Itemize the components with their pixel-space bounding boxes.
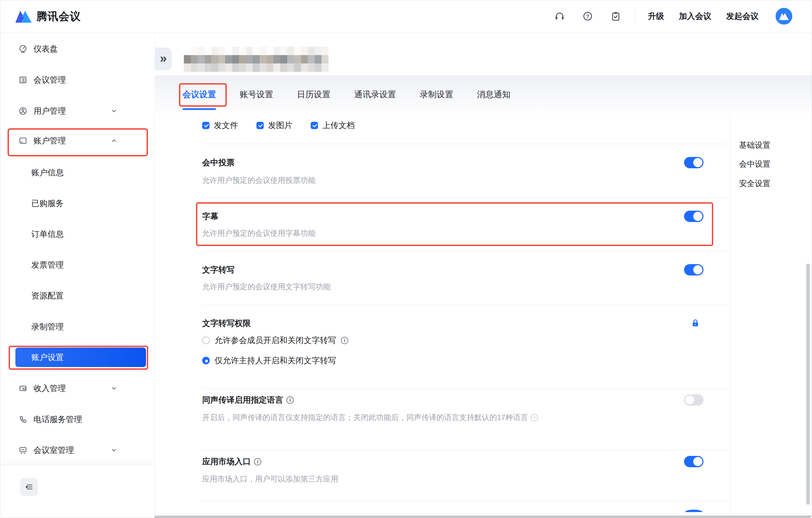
- sidebar-item-account-management[interactable]: 账户管理: [0, 132, 155, 149]
- sidebar-subitem-label: 已购服务: [31, 198, 64, 209]
- sidebar-item-income-management[interactable]: 收入管理: [0, 380, 155, 397]
- checkbox-label: 发文件: [214, 120, 238, 131]
- sidebar-item-meeting-room-management[interactable]: 会议室管理: [0, 442, 155, 459]
- setting-title-transcription-permission: 文字转写权限: [202, 318, 251, 329]
- sidebar: 仪表盘 会议管理 用户管理 账户管理 账户信息 已购服务: [0, 32, 155, 518]
- sidebar-item-label: 账户管理: [33, 135, 66, 146]
- setting-desc-in-meeting-poll: 允许用户预定的会议使用投票功能: [202, 175, 316, 186]
- tab-meeting-settings[interactable]: 会议设置: [182, 89, 216, 100]
- info-icon[interactable]: [286, 397, 294, 404]
- topbar-icons: ?: [554, 11, 621, 22]
- tab-account-settings[interactable]: 账号设置: [240, 89, 273, 100]
- meeting-room-display-icon: [18, 446, 28, 455]
- setting-title-text: 同声传译启用指定语言: [202, 394, 283, 406]
- setting-desc-text: 允许用户预定的会议使用字幕功能: [202, 228, 316, 239]
- info-icon[interactable]: [254, 458, 261, 465]
- upgrade-link[interactable]: 升级: [648, 11, 664, 22]
- feedback-clipboard-icon[interactable]: [610, 11, 621, 22]
- toggle-caption[interactable]: [684, 211, 703, 222]
- sidebar-item-dashboard[interactable]: 仪表盘: [0, 40, 155, 57]
- setting-desc-interpretation-language: 开启后，同声传译的语言仅支持指定的语言；关闭此功能后，同声传译的语言支持默认的1…: [202, 412, 538, 423]
- sidebar-subitem-purchased-services[interactable]: 已购服务: [0, 195, 155, 212]
- scrollbar-thumb[interactable]: [806, 264, 810, 505]
- radio-option-host-only[interactable]: 仅允许主持人开启和关闭文字转写: [202, 355, 336, 366]
- info-icon[interactable]: [341, 337, 348, 344]
- setting-title-caption: 字幕: [202, 211, 219, 222]
- tencent-meeting-admin-window: 腾讯会议 ?: [0, 0, 812, 518]
- sidebar-item-phone-service-management[interactable]: 电话服务管理: [0, 411, 155, 428]
- topbar: 腾讯会议 ?: [0, 0, 812, 32]
- radio-icon[interactable]: [202, 357, 210, 364]
- double-chevron-right-icon: »: [160, 51, 167, 65]
- checkbox-icon[interactable]: [311, 122, 318, 129]
- toggle-app-market-entry[interactable]: [684, 456, 703, 467]
- toggle-next-row-partial[interactable]: [685, 510, 702, 512]
- setting-title-text: 字幕: [202, 211, 219, 222]
- sidebar-subitem-recording-management[interactable]: 录制管理: [0, 318, 155, 335]
- tab-contacts-settings[interactable]: 通讯录设置: [354, 89, 396, 100]
- settings-tabs: 会议设置 账号设置 日历设置 通讯录设置 录制设置 消息通知: [182, 75, 511, 114]
- setting-desc-text: 开启后，同声传译的语言仅支持指定的语言；关闭此功能后，同声传译的语言支持默认的1…: [202, 412, 528, 423]
- tab-message-notification[interactable]: 消息通知: [477, 89, 511, 100]
- help-icon[interactable]: ?: [582, 11, 593, 22]
- radio-icon[interactable]: [202, 336, 210, 344]
- setting-title-text: 会中投票: [202, 157, 235, 168]
- sidebar-subitem-order-info[interactable]: 订单信息: [0, 225, 155, 243]
- tab-recording-settings[interactable]: 录制设置: [420, 89, 453, 100]
- dashboard-gauge-icon: [18, 44, 28, 53]
- sidebar-subitem-label: 发票管理: [31, 260, 64, 271]
- sidebar-subitem-invoice-management[interactable]: 发票管理: [0, 256, 155, 274]
- checkbox-label: 发图片: [268, 120, 292, 131]
- checkbox-upload-document[interactable]: 上传文档: [311, 120, 355, 131]
- divider: [202, 305, 726, 305]
- user-icon: [18, 106, 28, 116]
- collapse-sidebar-icon: [24, 482, 33, 492]
- tab-calendar-settings[interactable]: 日历设置: [297, 89, 330, 100]
- setting-title-text: 文字转写: [202, 264, 235, 275]
- checkbox-send-image[interactable]: 发图片: [257, 120, 292, 131]
- setting-desc-text: 应用市场入口，用户可以添加第三方应用: [202, 474, 338, 485]
- settings-tabstrip: 会议设置 账号设置 日历设置 通讯录设置 录制设置 消息通知: [155, 75, 812, 114]
- anchor-security-settings[interactable]: 安全设置: [739, 178, 771, 189]
- chevron-down-icon: [110, 107, 118, 115]
- user-avatar[interactable]: [776, 8, 792, 25]
- anchor-label: 会中设置: [739, 159, 771, 170]
- start-meeting-link[interactable]: 发起会议: [726, 11, 758, 22]
- checkbox-send-file[interactable]: 发文件: [202, 120, 238, 131]
- topbar-divider: [635, 10, 635, 22]
- phone-icon: [18, 415, 28, 424]
- lock-icon[interactable]: [691, 319, 700, 328]
- toggle-transcription[interactable]: [684, 264, 703, 275]
- expand-panel-button[interactable]: »: [155, 48, 172, 70]
- join-meeting-link[interactable]: 加入会议: [679, 11, 711, 22]
- divider: [202, 500, 726, 501]
- anchor-in-meeting-settings[interactable]: 会中设置: [739, 159, 771, 170]
- toggle-in-meeting-poll[interactable]: [684, 157, 703, 168]
- checkbox-icon[interactable]: [202, 122, 209, 129]
- setting-desc-text: 允许用户预定的会议使用文字转写功能: [202, 281, 331, 292]
- setting-title-interpretation-language: 同声传译启用指定语言: [202, 394, 294, 406]
- sidebar-subitem-label: 订单信息: [31, 229, 64, 240]
- anchor-basic-settings[interactable]: 基础设置: [739, 140, 771, 151]
- setting-desc-app-market-entry: 应用市场入口，用户可以添加第三方应用: [202, 474, 338, 485]
- info-icon[interactable]: [531, 414, 538, 421]
- support-headset-icon[interactable]: [554, 11, 565, 22]
- toggle-interpretation-language[interactable]: [684, 394, 703, 406]
- divider: [202, 251, 726, 251]
- sidebar-subitem-account-info[interactable]: 账户信息: [0, 164, 155, 181]
- setting-desc-text: 允许用户预定的会议使用投票功能: [202, 175, 316, 186]
- collapse-sidebar-button[interactable]: [20, 478, 38, 496]
- sidebar-item-label: 会议室管理: [33, 445, 74, 456]
- sidebar-item-user-management[interactable]: 用户管理: [0, 102, 155, 120]
- sidebar-subitem-resource-configuration[interactable]: 资源配置: [0, 287, 155, 304]
- setting-title-in-meeting-poll: 会中投票: [202, 157, 235, 168]
- sidebar-subitem-account-settings-selected[interactable]: 账户设置: [16, 348, 146, 367]
- divider: [202, 198, 726, 198]
- chat-permission-checkboxes: 发文件 发图片 上传文档: [202, 120, 355, 131]
- radio-option-allow-participants[interactable]: 允许参会成员开启和关闭文字转写: [202, 335, 348, 346]
- sidebar-subitem-label: 账户设置: [31, 352, 64, 363]
- radio-label: 允许参会成员开启和关闭文字转写: [214, 335, 336, 346]
- topbar-links: 升级 加入会议 发起会议: [648, 11, 758, 22]
- checkbox-icon[interactable]: [257, 122, 264, 129]
- sidebar-item-meeting-management[interactable]: 会议管理: [0, 71, 155, 89]
